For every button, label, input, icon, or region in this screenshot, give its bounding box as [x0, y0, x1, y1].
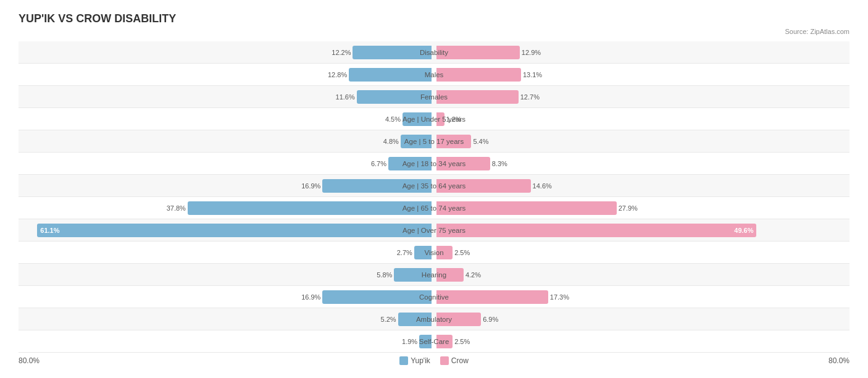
val-inside-left: 61.1% [40, 227, 59, 234]
bar-left-container: 16.9% [19, 179, 434, 193]
bar-right-container: 6.9% [434, 313, 849, 326]
bar-right-container: 12.9% [434, 46, 849, 59]
val-left: 6.7% [371, 160, 386, 167]
bar-left-container: 5.2% [19, 313, 434, 326]
bar-left-container: 4.8% [19, 135, 434, 148]
val-left: 16.9% [301, 293, 320, 301]
val-right: 14.6% [533, 182, 552, 190]
bar-right-container: 49.6% [434, 224, 849, 237]
val-left: 16.9% [301, 182, 320, 190]
bar-left: 16.9% [322, 179, 432, 193]
val-right: 17.3% [550, 293, 569, 301]
page-title: YUP'IK VS CROW DISABILITY [19, 12, 849, 25]
val-right: 12.7% [520, 93, 540, 101]
chart-row: 4.5% Age | Under 5 years 1.2% [19, 108, 849, 130]
bar-right: 4.2% [436, 268, 464, 282]
val-left: 37.8% [167, 204, 186, 212]
chart-row: 5.8% Hearing 4.2% [19, 264, 849, 286]
bar-right-container: 1.2% [434, 112, 849, 126]
chart-row: 4.8% Age | 5 to 17 years 5.4% [19, 130, 849, 153]
chart-row: 5.2% Ambulatory 6.9% [19, 308, 849, 330]
val-right: 27.9% [619, 204, 638, 212]
bar-left: 11.6% [357, 90, 432, 104]
val-right: 2.5% [454, 249, 470, 256]
val-left: 11.6% [336, 93, 355, 101]
bar-right-container: 12.7% [434, 90, 849, 104]
bar-right: 1.2% [436, 112, 444, 126]
chart-row: 11.6% Females 12.7% [19, 86, 849, 108]
bar-left-container: 16.9% [19, 290, 434, 304]
bar-left: 12.2% [353, 46, 432, 59]
val-left: 5.2% [381, 316, 396, 323]
bar-left: 5.2% [398, 313, 432, 326]
footer-left-label: 80.0% [19, 356, 40, 365]
chart-row: 16.9% Age | 35 to 64 years 14.6% [19, 175, 849, 197]
val-right: 1.2% [446, 116, 462, 123]
val-right: 8.3% [492, 160, 507, 167]
val-right: 12.9% [522, 49, 541, 56]
val-left: 2.7% [397, 249, 412, 256]
bar-left-container: 1.9% [19, 335, 434, 348]
bar-left-container: 12.2% [19, 46, 434, 59]
bar-right: 27.9% [436, 201, 617, 215]
chart-row: 1.9% Self-Care 2.5% [19, 330, 849, 353]
val-left: 5.8% [377, 271, 392, 279]
chart-row: 6.7% Age | 18 to 34 years 8.3% [19, 153, 849, 175]
bar-left: 12.8% [349, 68, 432, 82]
val-left: 12.2% [332, 49, 351, 56]
bar-left: 61.1% [37, 224, 432, 237]
bar-left: 6.7% [388, 157, 432, 170]
bar-right-container: 14.6% [434, 179, 849, 193]
bar-right-container: 27.9% [434, 201, 849, 215]
bar-right-container: 2.5% [434, 335, 849, 348]
bar-left-container: 12.8% [19, 68, 434, 82]
bar-right: 13.1% [436, 68, 521, 82]
legend-crow-label: Crow [451, 356, 469, 365]
bar-right-container: 4.2% [434, 268, 849, 282]
source-label: Source: ZipAtlas.com [19, 28, 849, 35]
bar-right-container: 2.5% [434, 246, 849, 259]
bar-right-container: 5.4% [434, 135, 849, 148]
val-right: 2.5% [454, 338, 470, 345]
bar-left-container: 2.7% [19, 246, 434, 259]
chart-row: 12.8% Males 13.1% [19, 64, 849, 86]
bar-right-container: 13.1% [434, 68, 849, 82]
val-left: 4.5% [385, 116, 401, 123]
bar-right: 5.4% [436, 135, 471, 148]
bar-left-container: 4.5% [19, 112, 434, 126]
bar-right: 49.6% [436, 224, 756, 237]
bar-left: 37.8% [188, 201, 432, 215]
bar-left-container: 6.7% [19, 157, 434, 170]
bar-right: 2.5% [436, 335, 453, 348]
bar-left-container: 5.8% [19, 268, 434, 282]
chart-row: 37.8% Age | 65 to 74 years 27.9% [19, 197, 849, 219]
bar-left: 4.8% [401, 135, 432, 148]
val-left: 4.8% [383, 138, 399, 145]
bar-left: 16.9% [322, 290, 432, 304]
bar-left-container: 37.8% [19, 201, 434, 215]
bar-left: 4.5% [403, 112, 432, 126]
chart-row: 2.7% Vision 2.5% [19, 242, 849, 264]
bar-left-container: 11.6% [19, 90, 434, 104]
val-inside-right: 49.6% [734, 227, 753, 234]
val-right: 6.9% [483, 316, 498, 323]
bar-right-container: 17.3% [434, 290, 849, 304]
chart-container: 12.2% Disability 12.9% 12.8% Males 13.1% [19, 41, 849, 353]
bar-right: 14.6% [436, 179, 531, 193]
val-right: 4.2% [465, 271, 481, 279]
bar-left-container: 61.1% [19, 224, 434, 237]
legend-yupik: Yup'ik [399, 356, 430, 365]
val-left: 1.9% [402, 338, 417, 345]
bar-left: 2.7% [414, 246, 432, 259]
bar-left: 1.9% [419, 335, 432, 348]
bar-left: 5.8% [394, 268, 432, 282]
val-right: 13.1% [523, 71, 542, 78]
bar-right-container: 8.3% [434, 157, 849, 170]
bar-right: 12.9% [436, 46, 520, 59]
val-left: 12.8% [328, 71, 347, 78]
footer-right-label: 80.0% [828, 356, 849, 365]
chart-row: 61.1% Age | Over 75 years 49.6% [19, 219, 849, 242]
legend-yupik-label: Yup'ik [411, 356, 430, 365]
chart-row: 16.9% Cognitive 17.3% [19, 286, 849, 308]
chart-row: 12.2% Disability 12.9% [19, 41, 849, 64]
